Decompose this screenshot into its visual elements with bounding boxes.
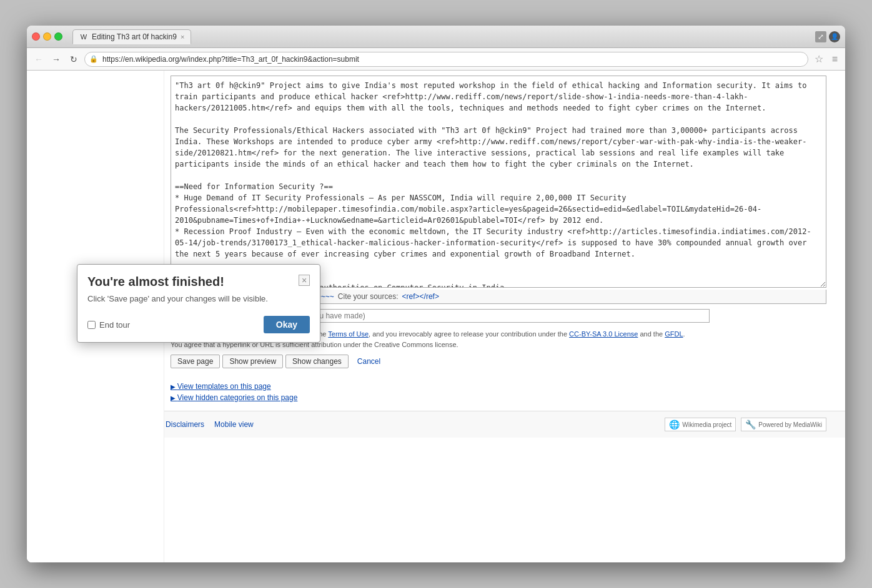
modal-close-button[interactable]: × xyxy=(299,275,310,286)
modal-footer: End tour Okay xyxy=(77,311,320,342)
active-tab[interactable]: W Editing Th3 art 0f hackin9 × xyxy=(72,29,191,44)
tab-title: Editing Th3 art 0f hackin9 xyxy=(92,32,177,41)
tab-favicon: W xyxy=(79,32,88,41)
tab-bar: W Editing Th3 art 0f hackin9 × xyxy=(72,29,810,44)
browser-window: W Editing Th3 art 0f hackin9 × ⤢ 👤 ← → ↻… xyxy=(27,26,845,562)
traffic-lights xyxy=(32,32,62,41)
address-bar: ← → ↻ 🔒 ☆ ≡ xyxy=(27,48,845,71)
modal-body: Click 'Save page' and your changes will … xyxy=(77,289,320,311)
back-button[interactable]: ← xyxy=(32,52,46,66)
title-bar-icons: ⤢ 👤 xyxy=(815,31,840,42)
end-tour-label[interactable]: End tour xyxy=(87,320,130,330)
tab-close-button[interactable]: × xyxy=(181,33,184,41)
end-tour-checkbox[interactable] xyxy=(87,321,96,329)
forward-button[interactable]: → xyxy=(49,52,63,66)
modal-title: You're almost finished! xyxy=(87,275,224,289)
menu-icon[interactable]: ≡ xyxy=(830,52,840,66)
modal-header: You're almost finished! × xyxy=(77,265,320,289)
ssl-icon: 🔒 xyxy=(89,55,98,63)
refresh-button[interactable]: ↻ xyxy=(67,52,81,66)
close-window-button[interactable] xyxy=(32,32,40,41)
window-icon-2[interactable]: 👤 xyxy=(829,31,840,42)
page-content: "Th3 art 0f h@ckin9" Project aims to giv… xyxy=(27,71,845,562)
end-tour-text: End tour xyxy=(99,320,130,330)
window-icon-1[interactable]: ⤢ xyxy=(815,31,826,42)
title-bar: W Editing Th3 art 0f hackin9 × ⤢ 👤 xyxy=(27,26,845,48)
modal-overlay: You're almost finished! × Click 'Save pa… xyxy=(27,71,845,562)
address-container: 🔒 xyxy=(84,52,808,67)
modal-dialog: You're almost finished! × Click 'Save pa… xyxy=(77,264,320,343)
minimize-window-button[interactable] xyxy=(43,32,51,41)
okay-button[interactable]: Okay xyxy=(264,316,310,333)
bookmark-icon[interactable]: ☆ xyxy=(812,52,826,66)
address-input[interactable] xyxy=(84,52,808,67)
maximize-window-button[interactable] xyxy=(54,32,62,41)
